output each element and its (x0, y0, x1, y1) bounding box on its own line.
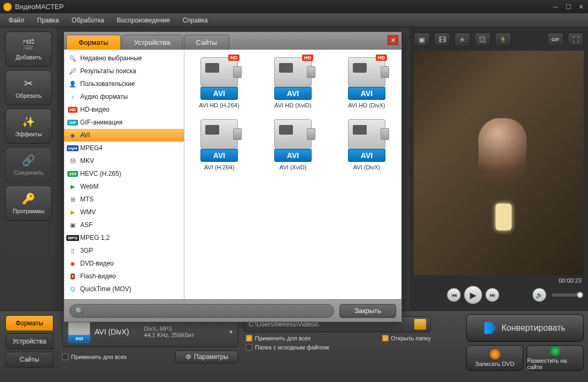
category-2[interactable]: 👤Пользовательские (64, 77, 184, 90)
open-folder-button[interactable]: ✓Открыть папку (382, 335, 431, 341)
brightness-icon[interactable]: ☀ (454, 33, 470, 46)
category-10[interactable]: ▶WebM (64, 180, 184, 193)
source-folder-checkbox[interactable]: Папка с исходным файлом (246, 344, 329, 350)
close-window-button[interactable]: ✕ (577, 3, 585, 11)
programs-icon: 🔑 (20, 192, 37, 206)
category-15[interactable]: ▯3GP (64, 244, 184, 257)
preview-toolbar: ▣🎞☀⿻🏃GIF⛶ (414, 32, 584, 48)
tool-programs[interactable]: 🔑Программы (5, 185, 52, 221)
preset-5[interactable]: AVIAVI (DivX) (337, 119, 396, 170)
preview-video[interactable] (414, 51, 584, 275)
tool-cut[interactable]: ✂Обрезать (5, 70, 52, 105)
popup-tabs: ФорматыУстройстваСайты✕ (64, 32, 401, 50)
category-12[interactable]: ▶WMV (64, 206, 184, 219)
menu-Справка[interactable]: Справка (177, 15, 213, 26)
volume-button[interactable]: 🔊 (532, 288, 546, 302)
join-icon: 🔗 (20, 153, 37, 167)
category-list: 🔍Недавно выбранные🔎Результаты поиска👤Пол… (64, 50, 184, 299)
category-14[interactable]: MPGMPEG 1,2 (64, 231, 184, 244)
category-1[interactable]: 🔎Результаты поиска (64, 65, 184, 77)
category-13[interactable]: ▣ASF (64, 219, 184, 231)
next-button[interactable]: ⏭ (485, 288, 499, 302)
browse-folder-button[interactable] (414, 319, 426, 330)
category-16[interactable]: ◉DVD-видео (64, 257, 184, 270)
popup-close-button[interactable]: Закрыть (339, 304, 396, 318)
tool-fx[interactable]: ✨Эффекты (5, 108, 52, 144)
category-11[interactable]: ⊞MTS (64, 193, 184, 206)
bottom-tab-1[interactable]: Устройства (5, 333, 53, 349)
category-8[interactable]: ⓂMKV (64, 154, 184, 167)
preset-2[interactable]: HDAVIAVI HD (DivX) (337, 57, 396, 108)
crop-icon[interactable]: ▣ (414, 33, 430, 46)
menu-Правка[interactable]: Правка (32, 15, 65, 26)
popup-tab-2[interactable]: Сайты (184, 35, 229, 50)
app-logo (3, 3, 12, 11)
tool-join: 🔗Соединить (5, 147, 52, 182)
format-name: AVI (DivX) (95, 328, 129, 336)
category-3[interactable]: ♪Аудио форматы (64, 90, 184, 103)
format-thumb: AVI (68, 321, 90, 343)
popup-tab-0[interactable]: Форматы (66, 35, 121, 50)
preset-4[interactable]: AVIAVI (XviD) (264, 119, 322, 170)
bottom-tab-0[interactable]: Форматы (5, 315, 53, 331)
prev-button[interactable]: ⏮ (447, 288, 461, 302)
preset-0[interactable]: HDAVIAVI HD (H.264) (190, 57, 249, 108)
tool-add[interactable]: 🎬Добавить (5, 32, 52, 67)
menu-Обработка[interactable]: Обработка (66, 15, 110, 26)
burn-dvd-button[interactable]: Записать DVD (466, 345, 523, 371)
timecode: 00:00:23 (414, 275, 584, 285)
dvd-icon (490, 349, 500, 360)
share-site-button[interactable]: Разместить на сайте (527, 345, 584, 371)
fx-icon: ✨ (20, 115, 37, 129)
preview-pane: ▣🎞☀⿻🏃GIF⛶ 00:00:23 ⏮ ▶ ⏭ 🔊 (409, 27, 588, 310)
menu-Воспроизведение[interactable]: Воспроизведение (112, 15, 175, 26)
menu-Файл[interactable]: Файл (3, 15, 30, 26)
gif-icon[interactable]: GIF (547, 33, 563, 46)
category-5[interactable]: GIFGIF-анимация (64, 116, 184, 129)
bottom-tab-2[interactable]: Сайты (5, 352, 53, 368)
clip-icon[interactable]: 🎞 (434, 33, 450, 46)
add-icon: 🎬 (20, 38, 37, 52)
speed-icon[interactable]: 🏃 (495, 33, 511, 46)
category-0[interactable]: 🔍Недавно выбранные (64, 52, 184, 65)
category-9[interactable]: 265HEVC (H.265) (64, 167, 184, 180)
gear-icon: ⚙ (185, 353, 191, 361)
category-4[interactable]: HDHD-видео (64, 103, 184, 116)
maximize-button[interactable]: ☐ (564, 3, 572, 11)
title-bar: ВидеоМАСТЕР ─ ☐ ✕ (0, 0, 588, 13)
convert-icon (484, 322, 496, 334)
preset-1[interactable]: HDAVIAVI HD (XviD) (264, 57, 322, 108)
category-17[interactable]: fFlash-видео (64, 270, 184, 283)
preset-3[interactable]: AVIAVI (H.264) (190, 119, 249, 170)
params-button[interactable]: ⚙Параметры (175, 350, 238, 363)
format-popup: ФорматыУстройстваСайты✕ 🔍Недавно выбранн… (64, 32, 402, 322)
minimize-button[interactable]: ─ (552, 3, 559, 11)
format-search-box[interactable]: 🔍 (69, 304, 334, 318)
popup-tab-1[interactable]: Устройства (122, 35, 183, 50)
format-search-input[interactable] (88, 307, 328, 315)
format-dropdown-arrow[interactable]: ▾ (229, 328, 233, 336)
convert-button[interactable]: Конвертировать (466, 314, 584, 342)
category-18[interactable]: QQuickTime (MOV) (64, 283, 184, 295)
cut-icon: ✂ (20, 76, 37, 90)
popup-close-x[interactable]: ✕ (388, 35, 398, 45)
volume-slider[interactable] (552, 293, 579, 297)
app-title: ВидеоМАСТЕР (15, 3, 64, 11)
menu-bar: ФайлПравкаОбработкаВоспроизведениеСправк… (0, 13, 588, 27)
search-icon: 🔍 (75, 307, 83, 315)
left-toolbar: 🎬Добавить✂Обрезать✨Эффекты🔗Соединить🔑Про… (0, 27, 58, 310)
category-7[interactable]: mp4MPEG4 (64, 142, 184, 154)
play-button[interactable]: ▶ (464, 286, 482, 304)
apply-all-path-checkbox[interactable]: ✓Применить для всех (246, 335, 311, 341)
category-6[interactable]: ◉AVI (64, 129, 184, 142)
globe-icon (550, 346, 561, 356)
fullscreen-icon[interactable]: ⛶ (568, 33, 584, 46)
frame-icon[interactable]: ⿻ (475, 33, 491, 46)
apply-all-format-checkbox[interactable]: Применить для всех (62, 354, 127, 360)
preset-grid: HDAVIAVI HD (H.264)HDAVIAVI HD (XviD)HDA… (184, 50, 401, 299)
